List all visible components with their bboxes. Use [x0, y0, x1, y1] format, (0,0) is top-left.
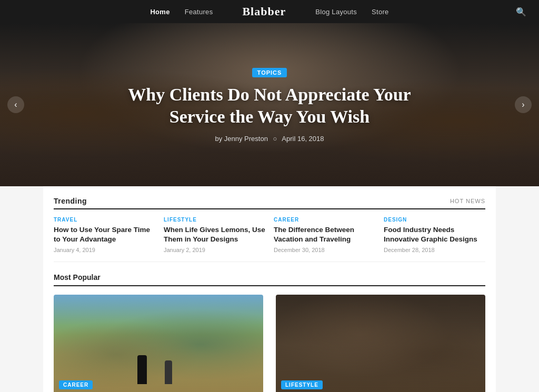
- trending-date-0: January 4, 2019: [54, 247, 155, 253]
- hero-tag-badge[interactable]: TOPICS: [252, 68, 287, 77]
- nav-item-features[interactable]: Features: [185, 7, 213, 16]
- nav-link-home[interactable]: Home: [150, 8, 169, 16]
- main-nav: Home Features Blabber Blog Layouts Store…: [0, 0, 539, 23]
- hero-next-button[interactable]: ›: [515, 96, 532, 113]
- nav-item-store[interactable]: Store: [372, 7, 389, 16]
- hero-section: ‹ TOPICS Why Clients Do Not Appreciate Y…: [0, 23, 539, 186]
- card-image-0: CAREER: [54, 295, 263, 392]
- trending-item-0[interactable]: TRAVEL How to Use Your Spare Time to You…: [54, 217, 155, 253]
- popular-card-1[interactable]: LIFESTYLE There Is No Way People Can Tak…: [276, 295, 485, 392]
- trending-title-3: Food Industry Needs Innovative Graphic D…: [384, 225, 485, 244]
- trending-item-1[interactable]: LIFESTYLE When Life Gives Lemons, Use Th…: [164, 217, 265, 253]
- trending-date-2: December 30, 2018: [274, 247, 375, 253]
- trending-label: Trending: [54, 197, 87, 205]
- trending-category-0: TRAVEL: [54, 217, 155, 223]
- meta-dot: ○: [273, 135, 277, 143]
- hero-content: TOPICS Why Clients Do Not Appreciate You…: [80, 67, 459, 143]
- trending-category-1: LIFESTYLE: [164, 217, 265, 223]
- hot-news-label: HOT NEWS: [450, 198, 485, 204]
- nav-item-blog-layouts[interactable]: Blog Layouts: [315, 7, 357, 16]
- trending-title-1: When Life Gives Lemons, Use Them in Your…: [164, 225, 265, 244]
- trending-title-2: The Difference Between Vacation and Trav…: [274, 225, 375, 244]
- nav-link-blog-layouts[interactable]: Blog Layouts: [315, 8, 357, 16]
- popular-section: Most Popular CAREER What Keeps Us Going:…: [54, 262, 485, 392]
- prev-arrow-icon: ‹: [14, 100, 17, 109]
- trending-category-3: DESIGN: [384, 217, 485, 223]
- trending-item-3[interactable]: DESIGN Food Industry Needs Innovative Gr…: [384, 217, 485, 253]
- main-content: Trending HOT NEWS TRAVEL How to Use Your…: [43, 186, 496, 392]
- hero-meta: by Jenny Preston ○ April 16, 2018: [112, 135, 427, 143]
- trending-item-2[interactable]: CAREER The Difference Between Vacation a…: [274, 217, 375, 253]
- popular-card-0[interactable]: CAREER What Keeps Us Going: Find Your Wa…: [54, 295, 263, 392]
- popular-header: Most Popular: [54, 273, 485, 286]
- hero-title: Why Clients Do Not Appreciate Your Servi…: [112, 84, 427, 128]
- hero-prev-button[interactable]: ‹: [7, 96, 24, 113]
- trending-grid: TRAVEL How to Use Your Spare Time to You…: [54, 217, 485, 253]
- nav-logo[interactable]: Blabber: [227, 5, 301, 18]
- nav-link-features[interactable]: Features: [185, 8, 213, 16]
- trending-category-2: CAREER: [274, 217, 375, 223]
- search-icon[interactable]: 🔍: [516, 7, 526, 17]
- trending-date-1: January 2, 2019: [164, 247, 265, 253]
- card-image-1: LIFESTYLE: [276, 295, 485, 392]
- hero-date: April 16, 2018: [282, 135, 324, 143]
- card-tag-0[interactable]: CAREER: [59, 380, 93, 389]
- hero-author: by Jenny Preston: [215, 135, 267, 143]
- nav-links: Home Features Blabber Blog Layouts Store: [150, 5, 388, 18]
- card-tag-1[interactable]: LIFESTYLE: [281, 380, 323, 389]
- popular-label: Most Popular: [54, 273, 101, 282]
- trending-title-0: How to Use Your Spare Time to Your Advan…: [54, 225, 155, 244]
- trending-header: Trending HOT NEWS: [54, 197, 485, 209]
- next-arrow-icon: ›: [522, 100, 524, 109]
- nav-link-store[interactable]: Store: [372, 8, 389, 16]
- popular-grid: CAREER What Keeps Us Going: Find Your Wa…: [54, 295, 485, 392]
- trending-date-3: December 28, 2018: [384, 247, 485, 253]
- nav-item-home[interactable]: Home: [150, 7, 169, 16]
- trending-section: Trending HOT NEWS TRAVEL How to Use Your…: [54, 186, 485, 262]
